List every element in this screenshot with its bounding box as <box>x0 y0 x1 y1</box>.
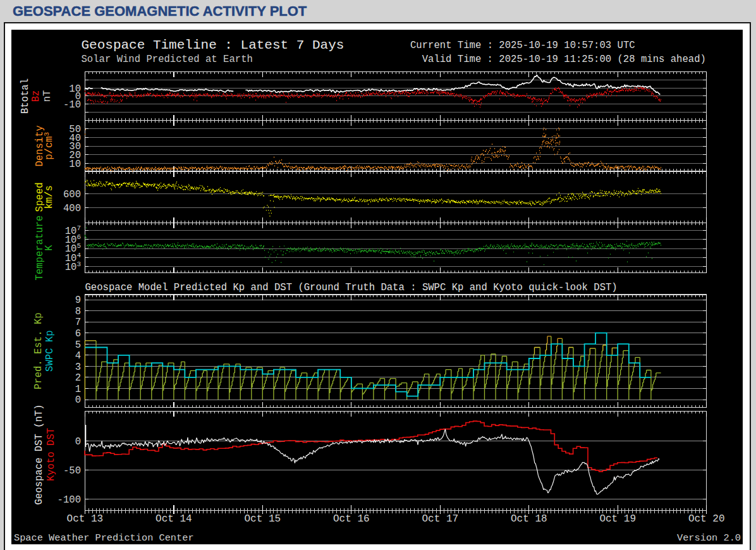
svg-text:Oct 18: Oct 18 <box>511 513 547 525</box>
svg-text:103: 103 <box>65 260 81 273</box>
svg-text:Bz: Bz <box>30 90 42 102</box>
svg-text:4: 4 <box>75 350 81 362</box>
svg-text:6: 6 <box>75 328 81 339</box>
svg-text:Oct 14: Oct 14 <box>155 513 192 525</box>
svg-text:Pred. Est. Kp: Pred. Est. Kp <box>33 312 44 389</box>
svg-text:7: 7 <box>75 317 81 328</box>
svg-text:Valid Time : 2025-10-19 11:25:: Valid Time : 2025-10-19 11:25:00 (28 min… <box>422 54 706 65</box>
svg-text:Space Weather Prediction Cente: Space Weather Prediction Center <box>14 532 194 544</box>
svg-text:Oct 13: Oct 13 <box>67 513 104 525</box>
svg-text:9: 9 <box>75 295 81 306</box>
svg-text:Solar Wind Predicted at Earth: Solar Wind Predicted at Earth <box>82 54 253 65</box>
svg-text:SWPC Kp: SWPC Kp <box>44 330 56 372</box>
svg-text:1: 1 <box>75 384 81 395</box>
svg-text:Btotal: Btotal <box>20 78 31 114</box>
svg-text:-10: -10 <box>63 99 81 111</box>
svg-text:-100: -100 <box>58 494 81 506</box>
svg-text:K: K <box>44 245 55 251</box>
svg-text:3: 3 <box>75 362 81 373</box>
svg-text:Geospace Timeline : Latest 7 D: Geospace Timeline : Latest 7 Days <box>82 38 344 52</box>
svg-text:p/cm3: p/cm3 <box>43 132 55 160</box>
svg-text:8: 8 <box>75 306 81 317</box>
svg-text:0: 0 <box>75 436 81 448</box>
svg-text:Current Time : 2025-10-19 10:5: Current Time : 2025-10-19 10:57:03 UTC <box>410 40 635 51</box>
svg-text:Oct 19: Oct 19 <box>599 513 636 525</box>
svg-text:2: 2 <box>75 372 81 384</box>
svg-text:km/s: km/s <box>44 185 55 209</box>
svg-text:Oct 20: Oct 20 <box>688 513 725 525</box>
svg-text:Geospace Model Predicted Kp an: Geospace Model Predicted Kp and DST (Gro… <box>85 282 618 293</box>
svg-text:5: 5 <box>75 339 81 351</box>
svg-text:10: 10 <box>69 159 81 170</box>
svg-text:Geospace DST (nT): Geospace DST (nT) <box>34 404 45 504</box>
svg-text:400: 400 <box>63 203 81 214</box>
svg-text:-50: -50 <box>63 465 81 477</box>
svg-text:Oct 16: Oct 16 <box>333 513 370 525</box>
svg-text:600: 600 <box>63 189 81 200</box>
svg-text:Oct 15: Oct 15 <box>244 513 281 525</box>
svg-text:Kyoto DST: Kyoto DST <box>46 428 57 481</box>
svg-text:Oct 17: Oct 17 <box>422 513 458 525</box>
svg-text:0: 0 <box>75 394 81 406</box>
svg-text:Version 2.0: Version 2.0 <box>677 532 741 544</box>
svg-text:nT: nT <box>42 90 53 102</box>
